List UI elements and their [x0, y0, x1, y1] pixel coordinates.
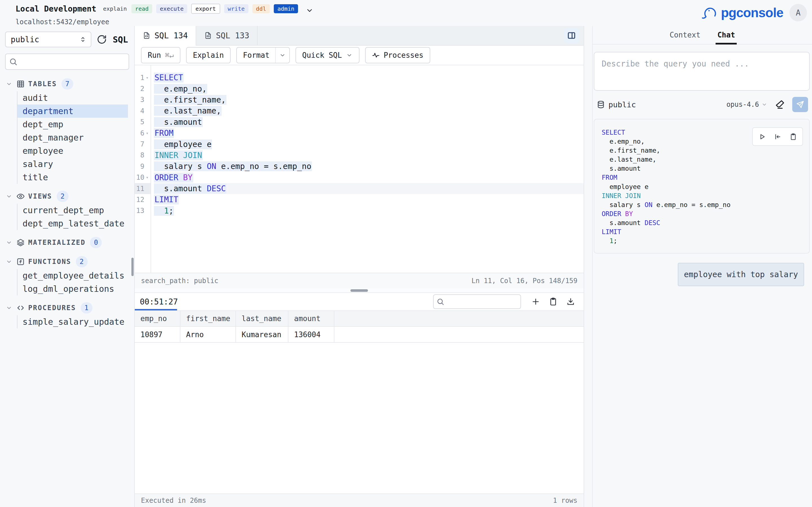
line-number[interactable]: 9: [135, 161, 151, 172]
tree-item-dept_manager[interactable]: dept_manager: [17, 131, 128, 144]
sql-mode-label[interactable]: SQL: [113, 35, 128, 45]
column-header-first_name[interactable]: first_name: [181, 311, 236, 327]
cell-emp_no[interactable]: 10897: [135, 327, 181, 343]
cell-amount[interactable]: 136004: [289, 327, 335, 343]
sidebar-search-input[interactable]: [5, 54, 129, 70]
tag-read[interactable]: read: [132, 4, 152, 13]
code-line-5[interactable]: s.amount: [154, 117, 583, 128]
editor-gutter: 1▾23456▾78910▾111213: [135, 65, 151, 273]
line-number[interactable]: 1▾: [135, 72, 151, 83]
code-line-3[interactable]: e.first_name,: [154, 94, 583, 105]
line-number[interactable]: 5: [135, 117, 151, 128]
tree-item-audit[interactable]: audit: [17, 91, 128, 105]
tab-context[interactable]: Context: [670, 26, 701, 44]
sql-editor[interactable]: 1▾23456▾78910▾111213 SELECT e.emp_no, e.…: [135, 65, 583, 273]
line-number[interactable]: 2: [135, 83, 151, 94]
sidebar-scrollbar[interactable]: [132, 258, 134, 276]
line-number[interactable]: 13: [135, 205, 151, 216]
clear-chat-icon[interactable]: [774, 99, 785, 110]
processes-button[interactable]: Processes: [365, 47, 430, 63]
column-header-amount[interactable]: amount: [289, 311, 335, 327]
tree-item-salary[interactable]: salary: [17, 158, 128, 171]
split-panel-button[interactable]: [564, 28, 579, 43]
tag-execute[interactable]: execute: [156, 4, 187, 13]
chevron-down-icon[interactable]: [305, 6, 314, 15]
tree-item-department[interactable]: department: [17, 105, 128, 118]
tag-ddl[interactable]: ddl: [252, 4, 270, 13]
pane-splitter[interactable]: [135, 288, 583, 293]
refresh-icon[interactable]: [96, 34, 107, 45]
explain-button[interactable]: Explain: [186, 47, 231, 63]
schema-select[interactable]: public: [5, 32, 91, 47]
send-button[interactable]: [792, 97, 808, 112]
code-line-9[interactable]: salary s ON e.emp_no = s.emp_no: [154, 161, 583, 172]
line-number[interactable]: 3: [135, 94, 151, 105]
tab-sql-133[interactable]: SQL 133: [196, 26, 258, 45]
chat-input[interactable]: [594, 52, 809, 90]
tree-item-dept_emp_latest_date[interactable]: dept_emp_latest_date: [17, 217, 128, 230]
line-number[interactable]: 4: [135, 105, 151, 116]
line-number[interactable]: 8: [135, 150, 151, 161]
results-search-input[interactable]: [433, 294, 521, 309]
result-tab[interactable]: 00:51:27: [135, 293, 183, 311]
code-line-4[interactable]: e.last_name,: [154, 105, 583, 116]
section-label: FUNCTIONS: [28, 258, 71, 266]
code-line-13[interactable]: 1;: [154, 205, 583, 216]
file-code-icon: [143, 32, 151, 40]
code-line-10[interactable]: ORDER BY: [154, 172, 583, 183]
tag-explain[interactable]: explain: [103, 4, 128, 13]
tree-item-get_employee_details[interactable]: get_employee_details: [17, 269, 128, 282]
section-materialized[interactable]: MATERIALIZED0: [0, 236, 134, 249]
editor-code[interactable]: SELECT e.emp_no, e.first_name, e.last_na…: [151, 65, 583, 273]
code-line-11[interactable]: s.amount DESC: [154, 183, 583, 194]
code-line-7[interactable]: employee e: [154, 138, 583, 150]
code-line-1[interactable]: SELECT: [154, 72, 583, 83]
line-number[interactable]: 11: [135, 183, 151, 194]
download-results-icon[interactable]: [566, 297, 575, 306]
section-procedures[interactable]: PROCEDURES1: [0, 301, 134, 315]
section-functions[interactable]: FUNCTIONS2: [0, 255, 134, 269]
tree-item-current_dept_emp[interactable]: current_dept_emp: [17, 204, 128, 217]
line-number[interactable]: 10▾: [135, 172, 151, 183]
run-snippet-icon[interactable]: [758, 133, 766, 140]
format-dropdown[interactable]: [275, 48, 289, 63]
tree-item-employee[interactable]: employee: [17, 144, 128, 158]
schema-context[interactable]: public: [597, 100, 636, 109]
section-views[interactable]: VIEWS2: [0, 189, 134, 203]
model-select[interactable]: opus-4.6: [726, 101, 767, 108]
connection-tags: explainreadexecuteexportwriteddladmin: [103, 4, 298, 14]
line-number[interactable]: 12: [135, 194, 151, 205]
copy-snippet-icon[interactable]: [790, 133, 797, 140]
tag-export[interactable]: export: [191, 4, 220, 14]
add-tab-icon[interactable]: [531, 297, 540, 306]
format-button[interactable]: Format: [236, 47, 290, 63]
table-row[interactable]: 10897ArnoKumaresan136004: [135, 327, 583, 343]
line-number[interactable]: 6▾: [135, 128, 151, 138]
copy-results-icon[interactable]: [549, 297, 558, 306]
section-tables[interactable]: TABLES7: [0, 77, 134, 91]
chat-code-line-6: FROM: [602, 173, 809, 182]
code-line-12[interactable]: LIMIT: [154, 194, 583, 205]
run-button[interactable]: Run ⌘↵: [141, 47, 181, 63]
code-line-6[interactable]: FROM: [154, 128, 583, 138]
count-badge: 1: [81, 302, 93, 314]
tree-item-dept_emp[interactable]: dept_emp: [17, 118, 128, 131]
tab-chat[interactable]: Chat: [717, 26, 735, 44]
tag-admin[interactable]: admin: [274, 4, 298, 13]
tree-item-simple_salary_update[interactable]: simple_salary_update: [17, 315, 128, 328]
code-line-8[interactable]: INNER JOIN: [154, 150, 583, 161]
line-number[interactable]: 7: [135, 138, 151, 150]
tab-sql-134[interactable]: SQL 134: [135, 26, 196, 45]
tree-item-title[interactable]: title: [17, 171, 128, 184]
tree-item-log_dml_operations[interactable]: log_dml_operations: [17, 282, 128, 295]
cell-first_name[interactable]: Arno: [181, 327, 236, 343]
avatar[interactable]: A: [790, 4, 807, 21]
insert-to-editor-icon[interactable]: [774, 133, 781, 140]
column-header-emp_no[interactable]: emp_no: [135, 311, 181, 327]
tag-write[interactable]: write: [224, 4, 248, 13]
column-header-last_name[interactable]: last_name: [236, 311, 289, 327]
code-line-2[interactable]: e.emp_no,: [154, 83, 583, 94]
quick-sql-button[interactable]: Quick SQL: [296, 47, 359, 63]
splitter-handle[interactable]: [350, 289, 368, 292]
cell-last_name[interactable]: Kumaresan: [236, 327, 289, 343]
